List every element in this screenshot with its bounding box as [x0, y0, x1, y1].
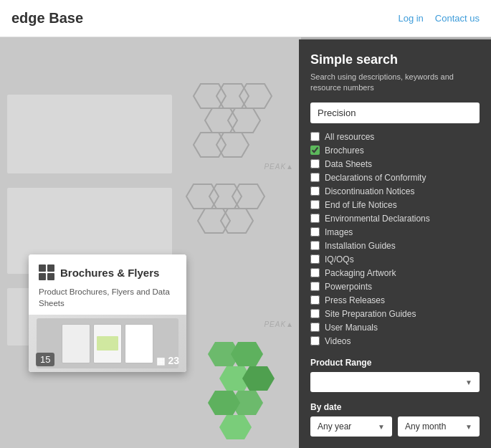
checkbox-end-of-life-label: End of Life Notices — [325, 200, 397, 210]
checkbox-images-input[interactable] — [310, 227, 320, 237]
svg-marker-11 — [221, 209, 253, 233]
checkbox-iqooqs-input[interactable] — [310, 254, 320, 264]
checkbox-data-sheets-input[interactable] — [310, 159, 320, 168]
checkbox-environmental[interactable]: Environmental Declarations — [310, 214, 480, 224]
by-date-label: By date — [310, 402, 480, 412]
year-select-wrapper: Any year — [310, 416, 392, 437]
login-link[interactable]: Log in — [398, 13, 423, 24]
checkbox-site-prep[interactable]: Site Preparation Guides — [310, 309, 480, 319]
bg-panel-1 — [7, 95, 172, 173]
hex-decoration-mid — [172, 181, 272, 274]
checkbox-data-sheets[interactable]: Data Sheets — [310, 159, 480, 169]
checkbox-brochures-input[interactable] — [310, 146, 320, 155]
checkbox-press-releases-input[interactable] — [310, 295, 320, 305]
checkbox-installation-label: Installation Guides — [325, 241, 396, 251]
svg-marker-18 — [219, 415, 252, 439]
checkbox-environmental-label: Environmental Declarations — [325, 214, 430, 224]
checkbox-brochures[interactable]: Brochures — [310, 146, 480, 156]
header-nav: Log in Contact us — [398, 13, 480, 24]
watermark-peak-2: PEAK▲ — [264, 320, 294, 328]
checkbox-site-prep-input[interactable] — [310, 309, 320, 318]
checkbox-powerpoints[interactable]: Powerpoints — [310, 282, 480, 292]
svg-marker-15 — [242, 366, 275, 391]
checkbox-packaging[interactable]: Packaging Artwork — [310, 268, 480, 278]
card-count-right: ▦ 23 — [156, 355, 179, 366]
year-select[interactable]: Any year — [310, 416, 392, 437]
hex-decoration-green — [194, 338, 297, 448]
panel-subtitle: Search using descriptions, keywords and … — [310, 72, 480, 94]
svg-marker-9 — [232, 184, 264, 209]
checkbox-all-resources-input[interactable] — [310, 132, 320, 141]
checkbox-user-manuals-label: User Manuals — [325, 323, 378, 333]
brochures-card: Brochures & Flyers Product Brochures, Fl… — [29, 254, 186, 372]
checkbox-press-releases-label: Press Releases — [325, 295, 385, 305]
month-select[interactable]: Any month — [398, 416, 480, 437]
checkbox-installation[interactable]: Installation Guides — [310, 241, 480, 251]
doc-thumb-3 — [125, 324, 153, 363]
product-range-label: Product Range — [310, 358, 480, 368]
card-subtitle: Product Brochures, Flyers and Data Sheet… — [29, 286, 186, 315]
checkbox-powerpoints-input[interactable] — [310, 282, 320, 291]
checkbox-end-of-life[interactable]: End of Life Notices — [310, 200, 480, 210]
hex-decoration-top — [179, 80, 272, 166]
watermark-peak-1: PEAK▲ — [264, 163, 294, 171]
checkbox-packaging-label: Packaging Artwork — [325, 268, 396, 278]
checkbox-discontinuation-input[interactable] — [310, 186, 320, 196]
month-select-wrapper: Any month — [398, 416, 480, 437]
svg-marker-2 — [239, 84, 272, 108]
card-image: 15 ▦ 23 — [29, 315, 186, 372]
card-title: Brochures & Flyers — [60, 267, 159, 279]
card-header: Brochures & Flyers — [29, 254, 186, 286]
doc-thumb-1 — [62, 324, 90, 363]
checkbox-discontinuation[interactable]: Discontinuation Notices — [310, 186, 480, 196]
checkbox-iqooqs[interactable]: IQ/OQs — [310, 254, 480, 264]
checkbox-user-manuals-input[interactable] — [310, 323, 320, 332]
background-content: PEAK▲ PEAK▲ — [0, 37, 301, 448]
product-range-wrapper — [310, 372, 480, 392]
svg-marker-17 — [208, 391, 240, 415]
header: edge Base Log in Contact us — [0, 0, 491, 37]
checkbox-all-resources[interactable]: All resources — [310, 132, 480, 142]
checkbox-videos-input[interactable] — [310, 336, 320, 345]
product-range-select[interactable] — [310, 372, 480, 392]
checkbox-end-of-life-input[interactable] — [310, 200, 320, 209]
checkbox-user-manuals[interactable]: User Manuals — [310, 323, 480, 333]
svg-marker-4 — [228, 108, 260, 133]
checkbox-images-label: Images — [325, 227, 353, 237]
checkbox-images[interactable]: Images — [310, 227, 480, 237]
svg-marker-6 — [216, 133, 249, 157]
checkbox-declarations-input[interactable] — [310, 173, 320, 182]
checkbox-declarations-label: Declarations of Conformity — [325, 173, 426, 183]
card-count-left: 15 — [36, 353, 54, 366]
checkbox-iqooqs-label: IQ/OQs — [325, 254, 354, 264]
panel-title: Simple search — [310, 52, 480, 67]
checkbox-data-sheets-label: Data Sheets — [325, 159, 372, 169]
checkbox-all-resources-label: All resources — [325, 132, 374, 142]
logo: edge Base — [11, 10, 83, 27]
search-panel: Simple search Search using descriptions,… — [299, 39, 491, 448]
checkbox-videos-label: Videos — [325, 336, 351, 346]
checkbox-installation-input[interactable] — [310, 241, 320, 250]
checkbox-videos[interactable]: Videos — [310, 336, 480, 346]
checkbox-declarations[interactable]: Declarations of Conformity — [310, 173, 480, 183]
checkbox-environmental-input[interactable] — [310, 214, 320, 223]
checkbox-powerpoints-label: Powerpoints — [325, 282, 372, 292]
doc-thumb-2 — [93, 324, 122, 363]
checkbox-list: All resources Brochures Data Sheets Decl… — [310, 132, 480, 346]
grid-icon — [39, 264, 54, 280]
checkbox-discontinuation-label: Discontinuation Notices — [325, 186, 414, 196]
checkbox-site-prep-label: Site Preparation Guides — [325, 309, 416, 319]
contact-link[interactable]: Contact us — [435, 13, 480, 24]
svg-marker-13 — [231, 342, 263, 366]
checkbox-packaging-input[interactable] — [310, 268, 320, 277]
by-date-row: Any year Any month — [310, 416, 480, 447]
checkbox-press-releases[interactable]: Press Releases — [310, 295, 480, 305]
search-input[interactable] — [310, 103, 480, 123]
checkbox-brochures-label: Brochures — [325, 146, 364, 156]
